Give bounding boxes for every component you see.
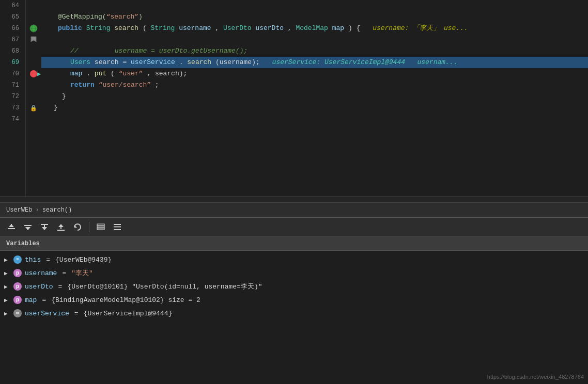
svg-rect-19 (114, 224, 121, 225)
svg-rect-18 (97, 228, 104, 230)
step-over-down-icon (23, 222, 33, 232)
breadcrumb-class: UserWEb (6, 206, 32, 214)
line-num-71: 71 (4, 79, 21, 91)
var-value-username: "李天" (71, 268, 93, 278)
svg-rect-8 (27, 227, 28, 230)
line-num-70: 70 (4, 68, 21, 79)
var-name-map: map (25, 296, 37, 304)
line-numbers: 64 65 66 67 68 69 70 71 72 73 74 (0, 0, 26, 196)
code-line-66: public String search ( String username ,… (41, 23, 588, 34)
debug-info-69: userService: UserServiceImpl@9444 userna… (272, 58, 458, 66)
svg-rect-17 (97, 226, 104, 228)
breadcrumb-method: search() (42, 206, 72, 214)
globe-icon (29, 24, 38, 33)
userservice-inf-icon: ∞ (13, 309, 22, 317)
step-into-button[interactable] (37, 220, 52, 234)
code-line-74 (41, 114, 588, 125)
gutter-66 (26, 23, 41, 34)
code-line-73: } (41, 102, 588, 114)
step-into-icon (40, 222, 49, 232)
line-num-64: 64 (4, 0, 21, 11)
horizontal-scrollbar[interactable] (0, 196, 588, 202)
line-num-69: 69 (4, 57, 21, 68)
var-row-map[interactable]: ▶ p map = {BindingAwareModelMap@10102} s… (0, 293, 588, 307)
svg-rect-20 (114, 226, 121, 227)
var-name-this: this (25, 256, 41, 264)
svg-marker-15 (74, 225, 77, 228)
svg-rect-11 (44, 225, 45, 227)
gutter-70 (26, 79, 41, 91)
var-name-userservice: userService (25, 310, 69, 317)
step-out-icon (56, 222, 66, 232)
str-search: “search” (106, 13, 138, 21)
expand-userdto-arrow[interactable]: ▶ (4, 283, 10, 290)
svg-marker-12 (58, 224, 64, 227)
annotation-getmapping: @GetMapping( (58, 13, 106, 21)
code-line-64 (41, 0, 588, 11)
expand-userservice-arrow[interactable]: ▶ (4, 310, 10, 317)
var-eq-userdto: = (58, 283, 63, 291)
debug-info-66: username: 「李天」 use... (373, 24, 468, 32)
restore-layout-button[interactable] (110, 220, 125, 234)
gutter-68 (26, 57, 41, 68)
var-eq-map: = (42, 296, 46, 304)
step-out-up-icon (7, 222, 16, 232)
line-num-73: 73 (4, 102, 21, 114)
userdto-p-icon: p (13, 282, 22, 291)
svg-rect-14 (57, 230, 65, 231)
code-container: 64 65 66 67 68 69 70 71 72 73 74 (0, 0, 588, 196)
code-line-68: // username = userDto.getUsername(); (41, 45, 588, 57)
line-num-67: 67 (4, 34, 21, 45)
variables-list[interactable]: ▶ ≡ this = {UserWEb@9439} ▶ p username =… (0, 251, 588, 322)
code-line-72: } (41, 91, 588, 102)
var-row-this[interactable]: ▶ ≡ this = {UserWEb@9439} (0, 253, 588, 266)
var-row-userdto[interactable]: ▶ p userDto = {UserDto@10101} "UserDto(i… (0, 280, 588, 293)
step-over-down-button[interactable] (21, 220, 35, 234)
gutter-67 (26, 45, 41, 57)
editor-area: 64 65 66 67 68 69 70 71 72 73 74 (0, 0, 588, 217)
code-line-67 (41, 34, 588, 45)
code-line-69: Users search = userService . search (use… (41, 57, 588, 68)
expand-username-arrow[interactable]: ▶ (4, 270, 10, 277)
gutter-73 (26, 114, 41, 125)
rerun-button[interactable] (70, 220, 85, 234)
line-num-72: 72 (4, 91, 21, 102)
step-out-button[interactable] (54, 220, 68, 234)
svg-rect-13 (60, 227, 61, 229)
line-num-74: 74 (4, 114, 21, 125)
var-eq-this: = (46, 256, 50, 264)
expand-this-arrow[interactable]: ▶ (4, 257, 10, 263)
var-value-this: {UserWEb@9439} (55, 256, 112, 264)
username-p-icon: p (13, 269, 22, 277)
breadcrumb: UserWEb › search() (0, 202, 588, 217)
variables-title: Variables (6, 240, 40, 247)
variables-header: Variables (0, 236, 588, 251)
svg-rect-16 (97, 224, 104, 226)
svg-rect-22 (114, 229, 121, 230)
code-line-70: map . put ( “user” , search); (41, 68, 588, 79)
var-value-userdto: {UserDto@10101} "UserDto(id=null, userna… (67, 282, 262, 291)
toolbar-separator-1 (89, 222, 89, 232)
var-row-username[interactable]: ▶ p username = "李天" (0, 266, 588, 280)
bookmark-icon (30, 36, 37, 43)
frames-button[interactable] (94, 220, 108, 234)
svg-rect-3 (8, 228, 15, 229)
svg-rect-6 (24, 225, 32, 226)
step-out-up-button[interactable] (4, 220, 19, 234)
comment-68: // username = userDto.getUsername(); (70, 47, 247, 55)
var-row-userservice[interactable]: ▶ ∞ userService = {UserServiceImpl@9444} (0, 307, 588, 320)
var-name-username: username (25, 269, 57, 277)
gutter-65 (26, 11, 41, 23)
code-line-65: @GetMapping(“search”) (41, 11, 588, 23)
gutter-64 (26, 0, 41, 11)
restore-layout-icon (113, 222, 122, 232)
svg-marker-10 (42, 227, 47, 230)
expand-map-arrow[interactable]: ▶ (4, 297, 10, 303)
line-num-66: 66 (4, 23, 21, 34)
line-num-65: 65 (4, 11, 21, 23)
svg-rect-9 (41, 224, 48, 225)
code-lines[interactable]: @GetMapping(“search”) public String sear… (41, 0, 588, 196)
code-line-71: return “user/search” ; (41, 79, 588, 91)
var-eq-userservice: = (74, 310, 79, 317)
breakpoint-icon (30, 70, 37, 77)
